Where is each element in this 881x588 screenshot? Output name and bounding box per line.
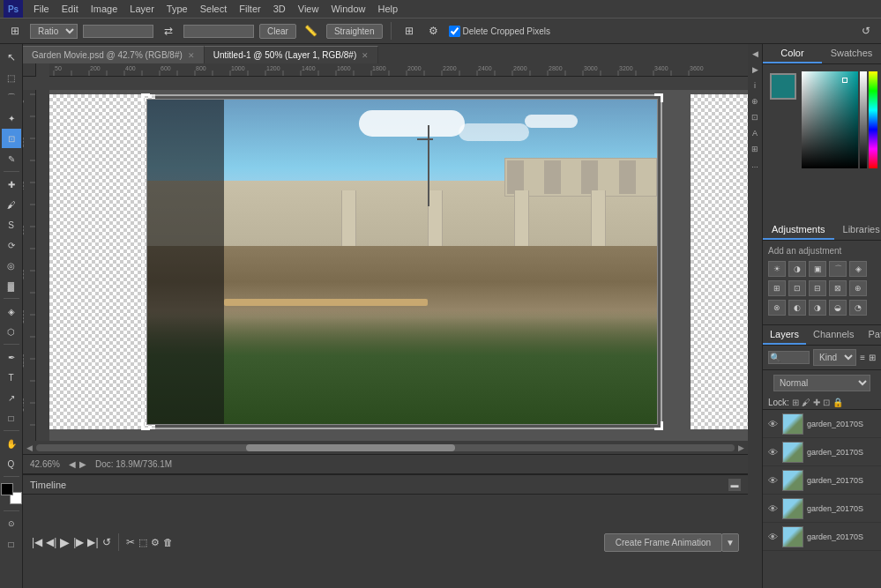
adj-exposure-icon[interactable]: ◈ bbox=[849, 261, 867, 277]
quick-select-tool-btn[interactable]: ✦ bbox=[2, 108, 21, 128]
timeline-collapse-btn[interactable]: ▬ bbox=[728, 479, 741, 491]
ratio-select[interactable]: Ratio bbox=[30, 24, 78, 39]
lock-all-icon[interactable]: 🔒 bbox=[832, 398, 843, 407]
quick-mask-btn[interactable]: ⊙ bbox=[2, 514, 21, 533]
layer-eye-3[interactable]: 👁 bbox=[766, 503, 779, 514]
menu-file[interactable]: File bbox=[28, 2, 55, 16]
layer-item-3[interactable]: 👁 garden_20170S bbox=[763, 495, 881, 523]
tab-libraries[interactable]: Libraries bbox=[834, 220, 881, 240]
layer-item-0[interactable]: 👁 garden_20170S bbox=[763, 410, 881, 438]
gradient-tool-btn[interactable]: ▓ bbox=[2, 276, 21, 295]
adj-threshold-icon[interactable]: ◔ bbox=[849, 300, 867, 316]
menu-type[interactable]: Type bbox=[161, 2, 193, 16]
straighten-ruler-icon[interactable]: 📏 bbox=[302, 21, 321, 41]
loop-btn[interactable]: ↺ bbox=[102, 536, 111, 548]
healing-tool-btn[interactable]: ✚ bbox=[2, 175, 21, 194]
layer-item-4[interactable]: 👁 garden_20170S bbox=[763, 523, 881, 551]
image-canvas[interactable] bbox=[146, 99, 658, 425]
move-tool-btn[interactable]: ↖ bbox=[2, 48, 21, 67]
pen-tool-btn[interactable]: ✒ bbox=[2, 347, 21, 367]
layer-eye-1[interactable]: 👁 bbox=[766, 447, 779, 458]
lock-position-icon[interactable]: ✚ bbox=[813, 398, 820, 407]
history-brush-tool-btn[interactable]: ⟳ bbox=[2, 235, 21, 255]
layer-item-1[interactable]: 👁 garden_20170S bbox=[763, 438, 881, 466]
create-frame-dropdown-btn[interactable]: ▼ bbox=[721, 533, 739, 552]
width-input[interactable] bbox=[83, 25, 153, 38]
step-forward-btn[interactable]: |▶ bbox=[73, 536, 84, 548]
adj-black-white-icon[interactable]: ⊠ bbox=[829, 280, 847, 296]
text-tool-btn[interactable]: T bbox=[2, 368, 21, 387]
scroll-right-arrow[interactable]: ▶ bbox=[738, 443, 744, 452]
menu-layer[interactable]: Layer bbox=[124, 2, 160, 16]
marquee-tool-btn[interactable]: ⬚ bbox=[2, 68, 21, 87]
adj-levels-icon[interactable]: ▣ bbox=[809, 261, 826, 277]
layer-eye-2[interactable]: 👁 bbox=[766, 475, 779, 486]
tab-untitled[interactable]: Untitled-1 @ 50% (Layer 1, RGB/8#) ✕ bbox=[205, 46, 378, 63]
h-scrollbar[interactable]: ◀ ▶ bbox=[23, 441, 748, 454]
create-frame-animation-btn[interactable]: Create Frame Animation bbox=[604, 533, 722, 552]
adj-curves-icon[interactable]: ⌒ bbox=[829, 261, 847, 277]
layer-eye-0[interactable]: 👁 bbox=[766, 419, 779, 429]
copy-frame-btn[interactable]: ⬚ bbox=[138, 537, 147, 548]
menu-help[interactable]: Help bbox=[373, 2, 404, 16]
tab-untitled-close[interactable]: ✕ bbox=[362, 51, 369, 60]
color-value-slider[interactable] bbox=[869, 71, 877, 168]
path-tool-btn[interactable]: ↗ bbox=[2, 388, 21, 407]
panel-icon-4[interactable]: ⊕ bbox=[749, 95, 761, 108]
panel-icon-8[interactable]: ... bbox=[749, 159, 761, 171]
settings-icon[interactable]: ⚙ bbox=[424, 21, 444, 41]
adj-hue-icon[interactable]: ⊡ bbox=[788, 280, 806, 296]
clear-button[interactable]: Clear bbox=[259, 24, 296, 39]
shape-tool-btn[interactable]: □ bbox=[2, 408, 21, 428]
layers-new-icon[interactable]: ⊞ bbox=[869, 353, 876, 362]
settings-timeline-btn[interactable]: ⚙ bbox=[151, 537, 160, 548]
h-scroll-thumb[interactable] bbox=[246, 444, 456, 451]
tab-adjustments[interactable]: Adjustments bbox=[763, 220, 834, 240]
kind-select[interactable]: Kind bbox=[813, 349, 856, 366]
zoom-tool-btn[interactable]: Q bbox=[2, 454, 21, 473]
adj-invert-icon[interactable]: ◑ bbox=[809, 300, 826, 316]
screen-mode-btn[interactable]: □ bbox=[2, 534, 21, 554]
panel-icon-5[interactable]: ⊡ bbox=[749, 111, 761, 123]
color-spectrum[interactable] bbox=[802, 71, 858, 168]
delete-cropped-label[interactable]: Delete Cropped Pixels bbox=[449, 26, 551, 37]
adj-channel-mixer-icon[interactable]: ⊗ bbox=[768, 300, 786, 316]
hand-tool-btn[interactable]: ✋ bbox=[2, 434, 21, 453]
adj-vibrance-icon[interactable]: ⊞ bbox=[768, 280, 786, 296]
straighten-button[interactable]: Straighten bbox=[326, 24, 383, 39]
menu-3d[interactable]: 3D bbox=[268, 2, 291, 16]
brush-tool-btn[interactable]: 🖌 bbox=[2, 195, 21, 214]
blend-mode-select[interactable]: Normal bbox=[773, 375, 870, 391]
menu-select[interactable]: Select bbox=[195, 2, 233, 16]
status-right-arrow[interactable]: ▶ bbox=[79, 459, 86, 469]
layers-search-input[interactable] bbox=[768, 351, 810, 364]
color-wb-slider[interactable] bbox=[860, 71, 867, 168]
menu-view[interactable]: View bbox=[293, 2, 325, 16]
crop-tool-btn[interactable]: ⊡ bbox=[2, 129, 21, 148]
step-back-btn[interactable]: ◀| bbox=[46, 536, 56, 548]
go-start-btn[interactable]: |◀ bbox=[32, 536, 42, 548]
lock-artboard-icon[interactable]: ⊡ bbox=[823, 398, 830, 407]
h-scroll-track[interactable] bbox=[36, 444, 735, 451]
adj-brightness-icon[interactable]: ☀ bbox=[768, 261, 786, 277]
color-picker-area[interactable] bbox=[763, 64, 881, 221]
lock-paint-icon[interactable]: 🖌 bbox=[802, 398, 810, 407]
tab-layers[interactable]: Layers bbox=[763, 325, 806, 345]
grid-icon[interactable]: ⊞ bbox=[399, 21, 419, 41]
stamp-tool-btn[interactable]: S bbox=[2, 215, 21, 234]
cut-btn[interactable]: ✂ bbox=[126, 536, 135, 548]
panel-icon-7[interactable]: ⊞ bbox=[749, 143, 761, 155]
swap-dimensions-icon[interactable]: ⇄ bbox=[159, 21, 178, 41]
status-arrows[interactable]: ◀ ▶ bbox=[69, 459, 86, 469]
layers-menu-icon[interactable]: ≡ bbox=[860, 353, 865, 362]
tab-color[interactable]: Color bbox=[763, 44, 822, 63]
tab-swatches[interactable]: Swatches bbox=[822, 44, 881, 63]
tab-channels[interactable]: Channels bbox=[806, 325, 861, 345]
menu-image[interactable]: Image bbox=[86, 2, 123, 16]
height-input[interactable] bbox=[183, 25, 254, 38]
trash-btn[interactable]: 🗑 bbox=[163, 537, 173, 547]
reset-icon[interactable]: ↺ bbox=[856, 21, 876, 41]
blur-tool-btn[interactable]: ◈ bbox=[2, 301, 21, 321]
lock-transparency-icon[interactable]: ⊞ bbox=[792, 398, 799, 407]
layer-item-2[interactable]: 👁 garden_20170S bbox=[763, 466, 881, 495]
